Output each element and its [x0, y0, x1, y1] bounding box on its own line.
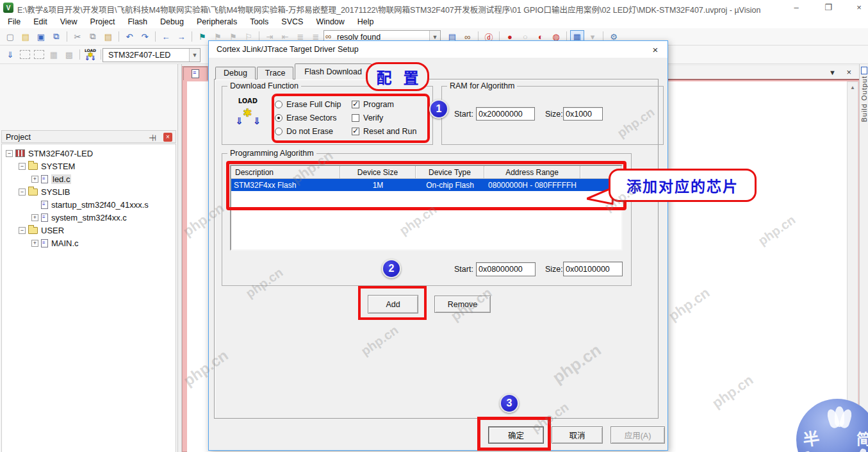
scroll-up-icon[interactable]: ▲ [850, 85, 855, 90]
folder-icon [28, 163, 38, 170]
close-button[interactable]: × [849, 1, 868, 14]
window-title: E:\教学&项目开发\开发项目\飞航科技M4物联网实验箱\飞航M4物联网实验箱-… [17, 3, 780, 15]
flash-start-input[interactable] [476, 262, 536, 276]
pin-icon[interactable]: 干 [148, 135, 158, 142]
menu-item-tools[interactable]: Tools [243, 15, 275, 28]
target-select[interactable]: STM32F407-LED ▼ [102, 48, 201, 62]
docked-tab-strip: Build Output [859, 64, 868, 452]
redo-icon[interactable]: ↷ [138, 30, 152, 43]
tree-expander-icon[interactable]: − [6, 150, 13, 157]
minimize-button[interactable]: – [787, 1, 806, 14]
project-panel: Project 干 × −STM32F407-LED−SYSTEM+led.c−… [0, 64, 177, 452]
build-output-icon [861, 67, 867, 74]
ram-start-label: Start: [454, 110, 473, 119]
tree-item-label: led.c [51, 174, 71, 184]
bookmark-icon[interactable]: ⚑ [195, 30, 209, 43]
undo-icon[interactable]: ↶ [122, 30, 136, 43]
rebuild-icon[interactable]: ▩ [62, 48, 76, 61]
menu-item-project[interactable]: Project [84, 15, 122, 28]
uvision-logo-icon: V [3, 3, 13, 13]
tree-item-main-c[interactable]: +MAIN.c [2, 237, 176, 249]
panel-splitter[interactable] [177, 64, 182, 452]
tab-flash-download[interactable]: Flash Download [295, 63, 372, 80]
toolbar-separator [79, 49, 80, 60]
dialog-close-icon[interactable]: × [648, 44, 662, 56]
save-all-icon[interactable]: ⧉ [49, 30, 63, 43]
forward-icon[interactable]: → [174, 30, 188, 43]
menu-item-flash[interactable]: Flash [121, 15, 154, 28]
project-panel-close-icon[interactable]: × [163, 133, 172, 142]
open-folder-icon[interactable]: ▤ [19, 30, 33, 43]
panel-caret-icon[interactable]: ▼ [829, 69, 836, 76]
flash-size-input[interactable] [563, 262, 623, 276]
target-select-value: STM32F407-LED [108, 51, 170, 60]
tree-expander-icon[interactable]: + [31, 214, 38, 221]
load-icon-arrow: ⇓ [91, 54, 96, 62]
new-file-icon[interactable]: ▢ [3, 30, 17, 43]
folder-icon [28, 227, 38, 234]
project-panel-header: Project 干 × [1, 130, 176, 143]
file-tab-icon [192, 69, 199, 78]
tree-item-label: startup_stm32f40_41xxx.s [51, 200, 149, 210]
menu-item-peripherals[interactable]: Peripherals [190, 15, 243, 28]
editor-scrollbar[interactable]: ▲ [847, 81, 858, 452]
load-icon[interactable]: LOAD✱⇓⇓ [84, 48, 97, 61]
tab-debug[interactable]: Debug [215, 67, 256, 80]
tab-trace[interactable]: Trace [257, 67, 294, 80]
maximize-button[interactable]: ❐ [819, 1, 838, 14]
step-badge-3: 3 [500, 394, 519, 413]
tree-item-syslib[interactable]: −SYSLIB [2, 185, 176, 198]
menu-item-view[interactable]: View [54, 15, 84, 28]
load-icon-arrow: ⇓ [85, 54, 90, 62]
tree-item-stm32f407-led[interactable]: −STM32F407-LED [2, 147, 176, 160]
paste-icon[interactable]: ▤ [101, 30, 115, 43]
save-icon[interactable]: ▣ [34, 30, 48, 43]
logo-right-char: 简 [856, 427, 868, 449]
menu-item-svcs[interactable]: SVCS [275, 15, 309, 28]
target-select-dropdown-icon[interactable]: ▼ [189, 49, 200, 62]
tree-item-led-c[interactable]: +led.c [2, 172, 176, 185]
cut-icon[interactable]: ✂ [70, 30, 85, 43]
tree-expander-icon[interactable]: + [31, 176, 38, 183]
build-output-vertical-tab[interactable]: Build Output [860, 76, 868, 122]
flash-size-label: Size: [545, 265, 563, 274]
panel-close-icon[interactable]: × [846, 67, 851, 77]
ram-start-input[interactable] [476, 107, 535, 121]
ram-size-input[interactable] [563, 107, 603, 121]
tree-item-system-stm32f4xx-c[interactable]: +system_stm32f4xx.c [2, 211, 176, 224]
tree-expander-icon[interactable]: + [31, 240, 38, 247]
remove-button[interactable]: Remove [434, 296, 491, 313]
logo-left-char: 半 [801, 424, 821, 450]
ram-size-label: Size: [545, 110, 563, 119]
cancel-button[interactable]: 取消 [552, 426, 603, 444]
menu-item-file[interactable]: File [1, 15, 27, 28]
build-icon[interactable]: ▦ [47, 48, 61, 61]
options-icon[interactable]: ▢ [20, 50, 30, 59]
apply-button[interactable]: 应用(A) [610, 426, 665, 444]
tree-expander-icon[interactable]: − [19, 188, 26, 196]
project-panel-title: Project [6, 133, 31, 142]
flash-download-icon[interactable]: ⇓ [3, 48, 17, 61]
toolbar-separator [119, 31, 119, 42]
toolbar-separator [67, 31, 67, 42]
toolbar-build-icons: ⇓▢▢▦▩LOAD✱⇓⇓ [0, 48, 104, 61]
tree-expander-icon[interactable]: − [19, 163, 26, 170]
file-icon [41, 201, 48, 209]
menu-item-help[interactable]: Help [351, 15, 381, 28]
editor-file-tab[interactable] [183, 67, 208, 80]
tree-item-system[interactable]: −SYSTEM [2, 160, 176, 172]
menu-item-debug[interactable]: Debug [154, 15, 190, 28]
copy-icon[interactable]: ⧉ [86, 30, 100, 43]
target-icon [15, 149, 25, 157]
menu-item-window[interactable]: Window [309, 15, 350, 28]
back-icon[interactable]: ← [159, 30, 173, 43]
toolbar-separator [155, 31, 156, 42]
menu-item-edit[interactable]: Edit [27, 15, 54, 28]
tree-item-startup-stm32f40-41xxx-s[interactable]: startup_stm32f40_41xxx.s [2, 198, 176, 211]
programming-algorithm-legend: Programming Algorithm [227, 149, 316, 158]
tree-expander-icon[interactable]: − [19, 227, 26, 234]
options-alt-icon[interactable]: ▢ [34, 50, 44, 59]
dialog-title-bar: Cortex JLink/JTrace Target Driver Setup … [209, 41, 667, 58]
step-badge-1: 1 [429, 99, 448, 119]
tree-item-user[interactable]: −USER [2, 224, 176, 237]
